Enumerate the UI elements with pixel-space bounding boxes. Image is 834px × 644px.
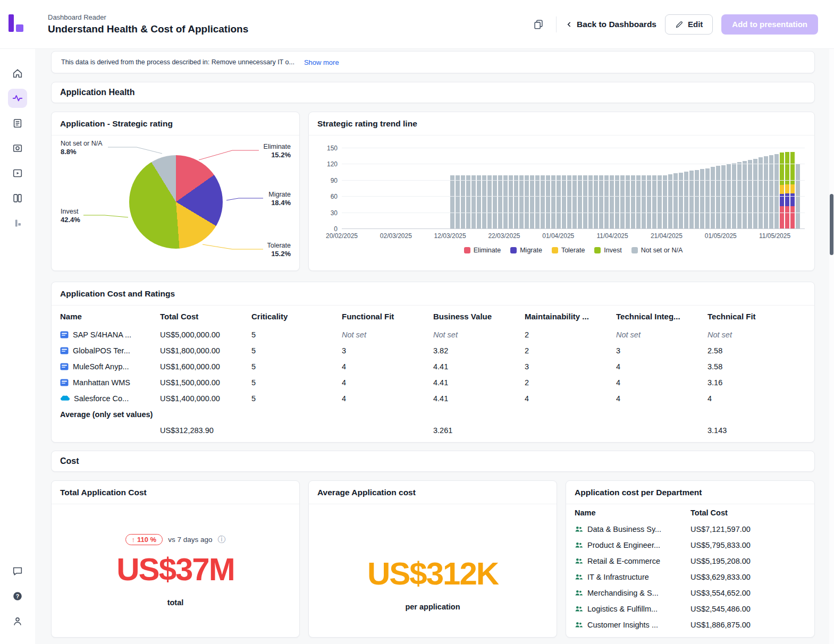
x-tick-label: 22/03/2025 xyxy=(488,232,520,240)
vertical-scrollbar[interactable] xyxy=(829,49,834,644)
legend-item[interactable]: Not set or N/A xyxy=(631,247,683,254)
cost-table-header: NameTotal CostCriticalityFunctional FitB… xyxy=(60,306,806,327)
banner-text: This data is derived from the process de… xyxy=(61,58,294,66)
trend-bar xyxy=(695,170,699,229)
application-icon xyxy=(60,331,69,339)
department-icon xyxy=(575,541,583,549)
info-icon[interactable]: ⓘ xyxy=(217,535,225,545)
column-header[interactable]: Name xyxy=(575,509,690,517)
user-icon[interactable] xyxy=(8,612,27,631)
trend-bar xyxy=(599,175,603,229)
table-cell: 4 xyxy=(707,394,806,403)
trend-bar xyxy=(471,175,476,229)
department-icon xyxy=(575,557,583,565)
dept-row[interactable]: Merchandising & S...US$3,554,652.00 xyxy=(575,585,806,601)
x-tick-label: 21/04/2025 xyxy=(651,232,683,240)
column-header[interactable]: Total Cost xyxy=(160,312,251,321)
column-header[interactable]: Total Cost xyxy=(690,509,806,517)
column-header[interactable]: Technical Fit xyxy=(707,312,806,321)
salesforce-cloud-icon xyxy=(60,395,70,402)
column-header[interactable]: Technical Integ... xyxy=(616,312,707,321)
trend-bar xyxy=(583,175,587,229)
table-row[interactable]: SAP S/4HANA ...US$5,000,000.005Not setNo… xyxy=(60,327,806,343)
home-icon[interactable] xyxy=(8,64,27,83)
trend-bar xyxy=(487,175,492,229)
table-cell: 2 xyxy=(525,378,616,387)
chat-icon[interactable] xyxy=(8,562,27,581)
trend-bar xyxy=(461,175,465,229)
dept-row[interactable]: IT & InfrastructureUS$3,629,833.00 xyxy=(575,569,806,585)
trend-bar xyxy=(663,175,667,229)
trend-bar xyxy=(652,175,656,229)
pie-label-migrate: Migrate 18.4% xyxy=(268,191,291,207)
legend-item[interactable]: Migrate xyxy=(510,247,542,254)
application-icon xyxy=(60,346,69,355)
edit-button[interactable]: Edit xyxy=(665,14,713,35)
strategic-rating-pie[interactable] xyxy=(129,155,223,249)
table-cell: 4.41 xyxy=(433,362,525,371)
dept-row[interactable]: Data & Business Sy...US$7,121,597.00 xyxy=(575,521,806,537)
column-header[interactable]: Functional Fit xyxy=(342,312,433,321)
column-header[interactable]: Maintainability ... xyxy=(525,312,616,321)
diagrams-icon[interactable] xyxy=(8,139,27,158)
table-row[interactable]: Salesforce Co...US$1,400,000.00544.41444 xyxy=(60,391,806,406)
trend-bar xyxy=(774,154,779,229)
trend-bar xyxy=(541,175,545,229)
table-cell: US$1,800,000.00 xyxy=(160,346,251,355)
videos-icon[interactable] xyxy=(8,164,27,183)
avg-cost-value: US$312K xyxy=(309,555,557,592)
department-icon xyxy=(575,573,583,581)
column-header[interactable]: Business Value xyxy=(433,312,525,321)
table-cell: 3.58 xyxy=(707,362,806,371)
dept-table-body: Data & Business Sy...US$7,121,597.00Prod… xyxy=(575,521,806,633)
avg-cost-title: Average Application cost xyxy=(309,481,557,504)
pie-label-not-set: Not set or N/A 8.8% xyxy=(61,140,103,156)
table-row[interactable]: GlobalPOS Ter...US$1,800,000.00533.82232… xyxy=(60,343,806,359)
table-row[interactable]: MuleSoft Anyp...US$1,600,000.00544.41343… xyxy=(60,359,806,375)
help-icon[interactable]: ? xyxy=(8,587,27,606)
dept-row[interactable]: Product & Engineer...US$5,795,833.00 xyxy=(575,537,806,553)
legend-item[interactable]: Tolerate xyxy=(552,247,585,254)
reports-icon[interactable] xyxy=(8,114,27,133)
copy-icon[interactable] xyxy=(529,15,547,33)
show-more-link[interactable]: Show more xyxy=(304,58,339,66)
cost-ratings-title: Application Cost and Ratings xyxy=(52,282,814,306)
application-icon xyxy=(60,378,69,387)
dept-row[interactable]: Logistics & Fulfillm...US$2,545,486.00 xyxy=(575,601,806,617)
table-row[interactable]: Manhattan WMSUS$1,500,000.00544.41243.16 xyxy=(60,375,806,391)
legend-item[interactable]: Eliminate xyxy=(464,247,501,254)
table-cell: 4 xyxy=(525,394,616,403)
workspace-icon[interactable] xyxy=(8,214,27,233)
column-header[interactable]: Criticality xyxy=(251,312,342,321)
library-icon[interactable] xyxy=(8,189,27,208)
dept-cost-card: Application cost per Department NameTota… xyxy=(566,480,815,638)
trend-bar xyxy=(759,157,763,229)
app-name-cell: Salesforce Co... xyxy=(60,394,160,403)
left-sidebar: ? xyxy=(0,49,35,644)
dept-row[interactable]: Customer Insights ...US$1,886,875.00 xyxy=(575,617,806,633)
back-to-dashboards-link[interactable]: Back to Dashboards xyxy=(565,20,656,29)
trend-bar xyxy=(525,175,529,229)
add-to-presentation-button[interactable]: Add to presentation xyxy=(721,14,818,35)
app-logo[interactable] xyxy=(9,14,24,33)
table-cell: Not set xyxy=(707,331,806,339)
legend-item[interactable]: Invest xyxy=(594,247,621,254)
average-cell: US$312,283.90 xyxy=(160,426,251,435)
dashboards-icon[interactable] xyxy=(8,89,27,108)
column-header[interactable]: Name xyxy=(60,312,160,321)
scrollbar-thumb[interactable] xyxy=(830,194,833,255)
trend-bar xyxy=(743,161,747,229)
avg-cost-sub: per application xyxy=(309,603,557,611)
table-cell: 5 xyxy=(251,394,342,403)
trend-bar xyxy=(673,173,678,229)
table-cell: 4 xyxy=(342,362,433,371)
app-name-cell: MuleSoft Anyp... xyxy=(60,362,160,371)
dept-row[interactable]: Retail & E-commerceUS$5,195,208.00 xyxy=(575,553,806,569)
table-cell: 5 xyxy=(251,331,342,339)
trend-bar xyxy=(620,175,625,229)
table-cell: 4.41 xyxy=(433,394,525,403)
application-icon xyxy=(60,362,69,371)
trend-bar xyxy=(588,175,593,229)
trend-bar xyxy=(711,167,715,229)
table-cell: 4 xyxy=(616,362,707,371)
